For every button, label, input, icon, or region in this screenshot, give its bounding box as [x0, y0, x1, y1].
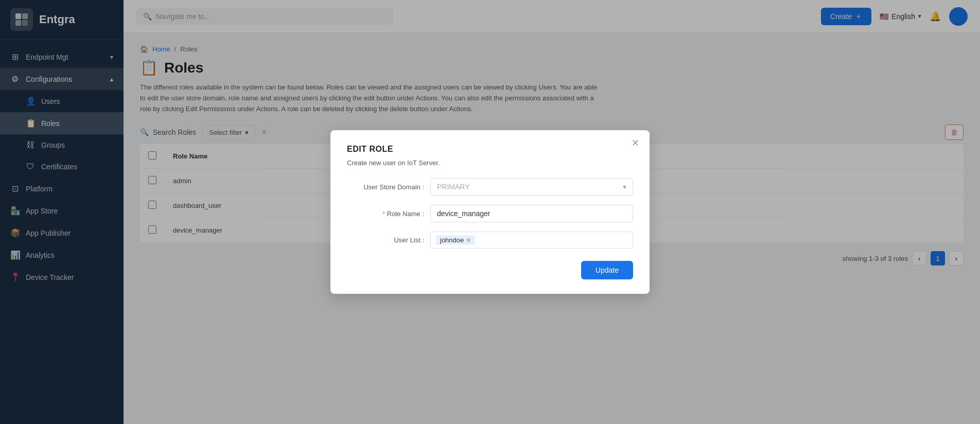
modal-subtitle: Create new user on IoT Server.: [347, 159, 633, 167]
user-tag-label: johndoe: [440, 236, 464, 244]
update-button[interactable]: Update: [581, 261, 633, 279]
user-list-row: User List : johndoe ✕: [347, 232, 633, 249]
user-store-domain-select[interactable]: PRIMARY ▾: [430, 178, 633, 196]
user-list-input[interactable]: johndoe ✕: [430, 232, 633, 249]
role-name-label: * Role Name :: [347, 210, 424, 218]
user-store-domain-label: User Store Domain :: [347, 183, 424, 191]
role-name-row: * Role Name :: [347, 205, 633, 222]
edit-role-modal: EDIT ROLE ✕ Create new user on IoT Serve…: [330, 130, 650, 294]
modal-footer: Update: [347, 261, 633, 279]
chevron-down-icon: ▾: [623, 183, 626, 191]
user-store-domain-row: User Store Domain : PRIMARY ▾: [347, 178, 633, 196]
role-name-input[interactable]: [430, 205, 633, 222]
modal-title: EDIT ROLE: [347, 145, 633, 154]
user-store-domain-value: PRIMARY: [437, 183, 470, 191]
tag-remove-button[interactable]: ✕: [466, 237, 471, 244]
modal-overlay: EDIT ROLE ✕ Create new user on IoT Serve…: [0, 0, 980, 424]
user-list-label: User List :: [347, 236, 424, 244]
modal-close-button[interactable]: ✕: [632, 138, 639, 148]
user-tag: johndoe ✕: [436, 235, 475, 245]
